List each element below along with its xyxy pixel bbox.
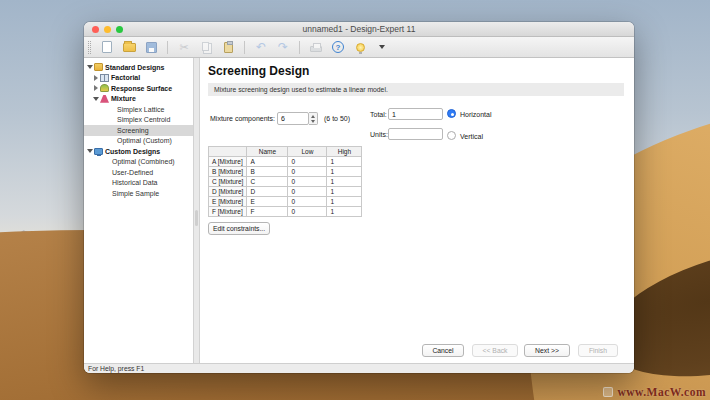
back-button[interactable]: << Back	[472, 344, 518, 357]
high-cell[interactable]: 1	[327, 207, 362, 217]
disclosure-triangle-icon[interactable]	[86, 149, 93, 153]
spinner-down-icon[interactable]	[311, 120, 315, 123]
paste-icon[interactable]	[220, 39, 236, 55]
row-header-cell: E [Mixture]	[209, 197, 247, 207]
status-text: For Help, press F1	[88, 365, 144, 372]
high-cell[interactable]: 1	[327, 197, 362, 207]
sidebar-item-user-defined[interactable]: User-Defined	[84, 167, 193, 178]
low-cell[interactable]: 0	[288, 167, 327, 177]
screening-design-panel: Screening Design Mixture screening desig…	[200, 58, 634, 363]
name-cell[interactable]: A	[247, 157, 288, 167]
components-range-hint: (6 to 50)	[324, 115, 350, 122]
sidebar-item-standard-designs[interactable]: Standard Designs	[84, 62, 193, 73]
watermark-text: www.MacW.com	[617, 386, 706, 398]
toolbar-separator	[167, 41, 168, 54]
save-icon[interactable]	[143, 39, 159, 55]
units-input[interactable]	[388, 128, 443, 140]
folder-icon	[94, 63, 103, 71]
sidebar-item-factorial[interactable]: Factorial	[84, 73, 193, 84]
sidebar-item-label: Factorial	[111, 74, 140, 81]
components-spinner[interactable]	[309, 112, 318, 125]
horizontal-radio[interactable]	[447, 109, 456, 118]
sidebar-item-mixture[interactable]: Mixture	[84, 94, 193, 105]
factorial-grid-icon	[100, 74, 109, 82]
sidebar-item-label: Simplex Lattice	[117, 106, 164, 113]
edit-constraints-button[interactable]: Edit constraints...	[208, 222, 270, 235]
toolbar-separator	[299, 41, 300, 54]
disclosure-triangle-icon[interactable]	[86, 65, 93, 69]
toolbar: ✂ ↶ ↷	[84, 37, 634, 58]
monitor-icon	[94, 148, 103, 155]
disclosure-triangle-icon[interactable]	[92, 97, 99, 101]
toolbar-separator	[244, 41, 245, 54]
total-label: Total:	[370, 111, 387, 118]
row-header-cell: F [Mixture]	[209, 207, 247, 217]
high-cell[interactable]: 1	[327, 167, 362, 177]
sidebar-item-simplex-lattice[interactable]: Simplex Lattice	[84, 104, 193, 115]
table-row: A [Mixture] A 0 1	[209, 157, 362, 167]
low-cell[interactable]: 0	[288, 187, 327, 197]
sidebar-item-response-surface[interactable]: Response Surface	[84, 83, 193, 94]
next-button[interactable]: Next >>	[524, 344, 570, 357]
title-bar[interactable]: unnamed1 - Design-Expert 11	[84, 22, 634, 37]
help-icon[interactable]	[330, 39, 346, 55]
watermark: www.MacW.com	[603, 386, 706, 398]
open-file-icon[interactable]	[121, 39, 137, 55]
zoom-button[interactable]	[116, 26, 123, 33]
sidebar-item-simplex-centroid[interactable]: Simplex Centroid	[84, 115, 193, 126]
disclosure-triangle-icon[interactable]	[92, 75, 99, 81]
total-input[interactable]	[388, 108, 443, 120]
sidebar-item-label: User-Defined	[112, 169, 153, 176]
table-row: E [Mixture] E 0 1	[209, 197, 362, 207]
sidebar-item-label: Historical Data	[112, 179, 158, 186]
spinner-up-icon[interactable]	[311, 115, 315, 118]
vertical-radio[interactable]	[447, 131, 456, 140]
sidebar-item-screening[interactable]: Screening	[84, 125, 193, 136]
sidebar-splitter[interactable]	[193, 58, 200, 363]
new-document-icon[interactable]	[99, 39, 115, 55]
row-header-cell: C [Mixture]	[209, 177, 247, 187]
close-button[interactable]	[92, 26, 99, 33]
high-cell[interactable]: 1	[327, 187, 362, 197]
table-header-row: Name Low High	[209, 147, 362, 157]
table-row: F [Mixture] F 0 1	[209, 207, 362, 217]
sidebar-item-optimal-combined[interactable]: Optimal (Combined)	[84, 157, 193, 168]
finish-button[interactable]: Finish	[578, 344, 618, 357]
sidebar-item-label: Mixture	[111, 95, 136, 102]
toolbar-drag-handle[interactable]	[88, 41, 91, 54]
sidebar-item-optimal-custom[interactable]: Optimal (Custom)	[84, 136, 193, 147]
sidebar-item-label: Standard Designs	[105, 64, 165, 71]
tips-lightbulb-icon[interactable]	[352, 39, 368, 55]
high-cell[interactable]: 1	[327, 157, 362, 167]
low-cell[interactable]: 0	[288, 157, 327, 167]
name-cell[interactable]: F	[247, 207, 288, 217]
name-cell[interactable]: E	[247, 197, 288, 207]
sidebar-item-simple-sample[interactable]: Simple Sample	[84, 188, 193, 199]
copy-icon[interactable]	[198, 39, 214, 55]
toolbar-more-caret-icon[interactable]	[374, 39, 390, 55]
sidebar-item-label: Screening	[117, 127, 149, 134]
sidebar-item-custom-designs[interactable]: Custom Designs	[84, 146, 193, 157]
watermark-icon	[603, 387, 613, 397]
low-cell[interactable]: 0	[288, 197, 327, 207]
minimize-button[interactable]	[104, 26, 111, 33]
name-cell[interactable]: C	[247, 177, 288, 187]
vertical-radio-label: Vertical	[460, 133, 483, 140]
desktop-wallpaper: www.MacW.com unnamed1 - Design-Expert 11…	[0, 0, 710, 400]
mixture-flask-icon	[100, 95, 109, 103]
redo-icon[interactable]: ↷	[275, 39, 291, 55]
high-cell[interactable]: 1	[327, 177, 362, 187]
units-label: Units:	[370, 131, 388, 138]
low-cell[interactable]: 0	[288, 177, 327, 187]
cut-icon[interactable]: ✂	[176, 39, 192, 55]
low-cell[interactable]: 0	[288, 207, 327, 217]
sidebar-item-label: Simplex Centroid	[117, 116, 170, 123]
name-cell[interactable]: D	[247, 187, 288, 197]
sidebar-item-historical-data[interactable]: Historical Data	[84, 178, 193, 189]
cancel-button[interactable]: Cancel	[422, 344, 464, 357]
name-cell[interactable]: B	[247, 167, 288, 177]
undo-icon[interactable]: ↶	[253, 39, 269, 55]
disclosure-triangle-icon[interactable]	[92, 85, 99, 91]
mixture-components-input[interactable]	[277, 112, 309, 125]
print-icon[interactable]	[308, 39, 324, 55]
